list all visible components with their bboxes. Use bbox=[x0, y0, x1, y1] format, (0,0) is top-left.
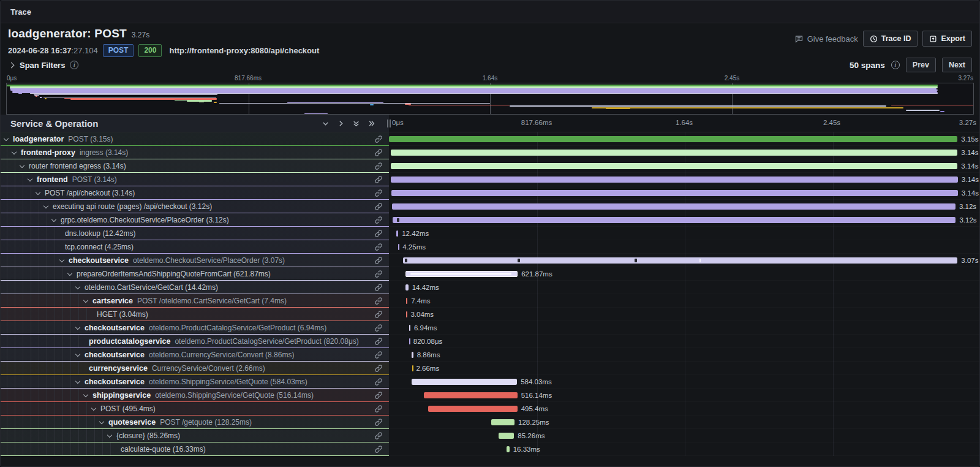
expand-chevron-icon[interactable] bbox=[83, 392, 88, 397]
span-duration-bar[interactable] bbox=[409, 325, 410, 331]
expand-chevron-icon[interactable] bbox=[28, 177, 32, 181]
span-link-icon[interactable] bbox=[374, 256, 383, 267]
span-row[interactable]: calculate-quote (16.33ms)16.33ms bbox=[1, 442, 979, 456]
expand-chevron-icon[interactable] bbox=[20, 163, 24, 168]
span-duration-bar[interactable] bbox=[403, 257, 957, 264]
expand-chevron-icon[interactable] bbox=[75, 325, 80, 330]
expand-chevron-icon[interactable] bbox=[43, 203, 48, 208]
expand-chevron-icon[interactable] bbox=[75, 352, 80, 357]
info-icon[interactable]: i bbox=[891, 61, 900, 69]
expand-chevron-icon[interactable] bbox=[12, 150, 17, 154]
span-link-icon[interactable] bbox=[374, 404, 383, 415]
span-link-icon[interactable] bbox=[374, 243, 383, 253]
span-duration-bar[interactable] bbox=[405, 284, 408, 290]
collapse-all-icon[interactable] bbox=[352, 120, 360, 127]
span-link-icon[interactable] bbox=[374, 391, 383, 401]
span-link-icon[interactable] bbox=[374, 148, 383, 159]
span-duration-bar[interactable] bbox=[389, 136, 957, 142]
expand-chevron-icon[interactable] bbox=[83, 298, 88, 303]
span-duration-bar[interactable] bbox=[507, 446, 510, 452]
span-duration-bar[interactable] bbox=[391, 190, 958, 196]
span-link-icon[interactable] bbox=[374, 297, 383, 307]
span-link-icon[interactable] bbox=[374, 310, 383, 321]
span-row[interactable]: router frontend egress (3.14s)3.14s bbox=[1, 159, 979, 173]
trace-id-button[interactable]: Trace ID bbox=[863, 31, 918, 47]
span-duration-bar[interactable] bbox=[424, 392, 517, 398]
span-link-icon[interactable] bbox=[374, 202, 383, 213]
span-duration-bar[interactable] bbox=[412, 365, 413, 371]
span-row[interactable]: shippingserviceoteldemo.ShippingService/… bbox=[1, 389, 979, 402]
span-link-icon[interactable] bbox=[374, 337, 383, 347]
span-row[interactable]: frontendPOST (3.14s)3.14s bbox=[1, 173, 979, 186]
span-filters-toggle[interactable]: Span Filters i bbox=[8, 61, 78, 70]
give-feedback-link[interactable]: Give feedback bbox=[794, 34, 858, 44]
expand-one-icon[interactable] bbox=[337, 120, 345, 127]
span-link-icon[interactable] bbox=[374, 135, 383, 145]
expand-all-icon[interactable] bbox=[368, 120, 375, 127]
collapse-one-icon[interactable] bbox=[322, 120, 330, 127]
span-duration-bar[interactable] bbox=[406, 298, 407, 304]
span-link-icon[interactable] bbox=[374, 431, 383, 442]
span-duration-bar[interactable] bbox=[499, 433, 514, 439]
span-row[interactable]: quoteservicePOST /getquote (128.25ms)128… bbox=[1, 416, 979, 429]
span-row[interactable]: grpc.oteldemo.CheckoutService/PlaceOrder… bbox=[1, 213, 979, 227]
span-row[interactable]: dns.lookup (12.42ms)12.42ms bbox=[1, 227, 979, 240]
expand-chevron-icon[interactable] bbox=[91, 406, 96, 411]
minimap-canvas[interactable] bbox=[6, 83, 974, 115]
info-icon[interactable]: i bbox=[70, 61, 78, 69]
span-row[interactable]: currencyserviceCurrencyService/Convert (… bbox=[1, 362, 979, 375]
span-row[interactable]: productcatalogserviceoteldemo.ProductCat… bbox=[1, 335, 979, 348]
span-link-icon[interactable] bbox=[374, 216, 383, 226]
export-button[interactable]: Export bbox=[922, 31, 972, 47]
span-row[interactable]: oteldemo.CartService/GetCart (14.42ms)14… bbox=[1, 281, 979, 294]
span-link-icon[interactable] bbox=[374, 229, 383, 240]
span-link-icon[interactable] bbox=[374, 351, 383, 361]
span-row[interactable]: prepareOrderItemsAndShippingQuoteFromCar… bbox=[1, 267, 979, 281]
next-button[interactable]: Next bbox=[942, 58, 972, 72]
expand-chevron-icon[interactable] bbox=[75, 284, 80, 289]
span-row[interactable]: cartservicePOST /oteldemo.CartService/Ge… bbox=[1, 294, 979, 308]
span-row[interactable]: executing api route (pages) /api/checkou… bbox=[1, 200, 979, 213]
span-duration-bar[interactable] bbox=[392, 203, 956, 210]
expand-chevron-icon[interactable] bbox=[51, 217, 56, 222]
span-link-icon[interactable] bbox=[374, 378, 383, 388]
span-link-icon[interactable] bbox=[374, 445, 383, 455]
span-link-icon[interactable] bbox=[374, 162, 383, 172]
span-row[interactable]: checkoutserviceoteldemo.CheckoutService/… bbox=[1, 254, 979, 267]
column-resize-handle[interactable] bbox=[387, 120, 391, 127]
span-duration-bar[interactable] bbox=[393, 217, 956, 223]
expand-chevron-icon[interactable] bbox=[75, 379, 80, 384]
span-row[interactable]: loadgeneratorPOST (3.15s)3.15s bbox=[1, 132, 979, 146]
span-duration-bar[interactable] bbox=[396, 230, 399, 237]
span-row[interactable]: checkoutserviceoteldemo.ProductCatalogSe… bbox=[1, 321, 979, 335]
span-link-icon[interactable] bbox=[374, 324, 383, 334]
span-duration-bar[interactable] bbox=[391, 163, 957, 169]
expand-chevron-icon[interactable] bbox=[67, 271, 72, 276]
expand-chevron-icon[interactable] bbox=[99, 419, 104, 424]
span-duration-bar[interactable] bbox=[391, 150, 957, 156]
prev-button[interactable]: Prev bbox=[906, 58, 936, 72]
span-link-icon[interactable] bbox=[374, 175, 383, 186]
span-row[interactable]: HGET (3.04ms)3.04ms bbox=[1, 308, 979, 321]
span-duration-bar[interactable] bbox=[491, 419, 514, 425]
span-duration-bar[interactable] bbox=[391, 177, 957, 183]
span-row[interactable]: checkoutserviceoteldemo.ShippingService/… bbox=[1, 375, 979, 389]
span-row[interactable]: checkoutserviceoteldemo.CurrencyService/… bbox=[1, 348, 979, 362]
span-row[interactable]: POST (495.4ms)495.4ms bbox=[1, 402, 979, 416]
expand-chevron-icon[interactable] bbox=[36, 190, 40, 195]
expand-chevron-icon[interactable] bbox=[107, 433, 112, 438]
span-link-icon[interactable] bbox=[374, 364, 383, 374]
expand-chevron-icon[interactable] bbox=[59, 257, 64, 262]
span-link-icon[interactable] bbox=[374, 189, 383, 199]
span-duration-bar[interactable] bbox=[409, 338, 410, 344]
span-duration-bar[interactable] bbox=[412, 352, 413, 358]
span-row[interactable]: POST /api/checkout (3.14s)3.14s bbox=[1, 186, 979, 200]
span-duration-bar[interactable] bbox=[406, 311, 407, 317]
span-row[interactable]: frontend-proxyingress (3.14s)3.14s bbox=[1, 146, 979, 159]
span-duration-bar[interactable] bbox=[412, 379, 518, 385]
span-duration-bar[interactable] bbox=[398, 244, 399, 250]
span-link-icon[interactable] bbox=[374, 270, 383, 280]
span-duration-bar[interactable] bbox=[405, 271, 518, 277]
expand-chevron-icon[interactable] bbox=[4, 136, 9, 141]
span-row[interactable]: tcp.connect (4.25ms)4.25ms bbox=[1, 240, 979, 254]
